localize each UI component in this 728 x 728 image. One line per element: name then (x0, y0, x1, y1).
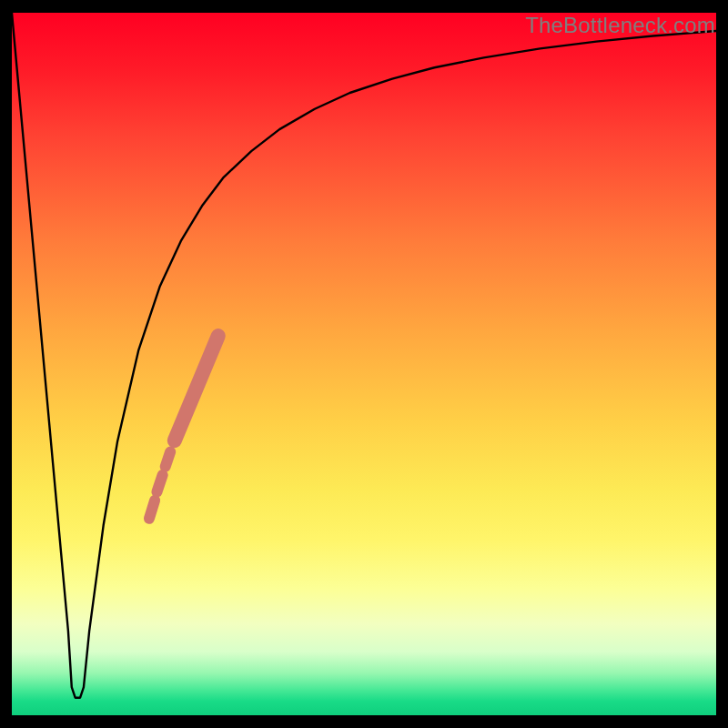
marker-segment (157, 475, 162, 492)
curve-layer (12, 13, 716, 715)
highlight-markers (149, 336, 218, 519)
plot-area (12, 13, 716, 715)
marker-segment (149, 500, 155, 519)
bottleneck-curve (12, 13, 716, 698)
marker-segment (175, 336, 218, 440)
chart-frame: TheBottleneck.com (0, 0, 728, 728)
marker-segment (166, 452, 170, 467)
watermark-text: TheBottleneck.com (525, 13, 715, 38)
